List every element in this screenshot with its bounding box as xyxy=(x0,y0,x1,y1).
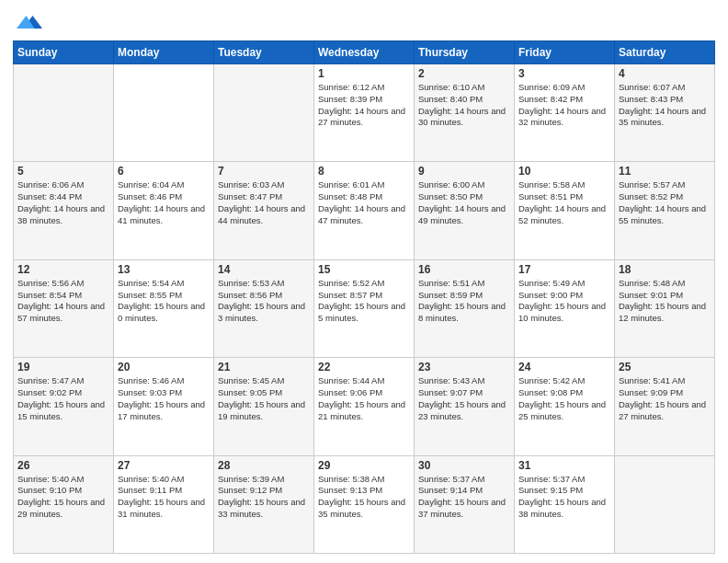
calendar-cell: 30Sunrise: 5:37 AM Sunset: 9:14 PM Dayli… xyxy=(415,455,515,553)
cell-info: Sunrise: 6:03 AM Sunset: 8:47 PM Dayligh… xyxy=(218,179,310,226)
cell-info: Sunrise: 5:42 AM Sunset: 9:08 PM Dayligh… xyxy=(518,375,610,422)
cell-info: Sunrise: 5:56 AM Sunset: 8:54 PM Dayligh… xyxy=(17,278,109,325)
calendar-cell: 22Sunrise: 5:44 AM Sunset: 9:06 PM Dayli… xyxy=(314,358,415,455)
cell-info: Sunrise: 5:44 AM Sunset: 9:06 PM Dayligh… xyxy=(318,375,410,422)
calendar-cell: 15Sunrise: 5:52 AM Sunset: 8:57 PM Dayli… xyxy=(314,259,415,357)
calendar-cell: 9Sunrise: 6:00 AM Sunset: 8:50 PM Daylig… xyxy=(415,162,515,259)
calendar-cell: 25Sunrise: 5:41 AM Sunset: 9:09 PM Dayli… xyxy=(615,358,715,455)
day-number: 23 xyxy=(418,361,510,373)
day-number: 15 xyxy=(318,263,410,276)
cell-info: Sunrise: 5:38 AM Sunset: 9:13 PM Dayligh… xyxy=(318,474,410,521)
page: SundayMondayTuesdayWednesdayThursdayFrid… xyxy=(0,0,728,563)
day-number: 3 xyxy=(518,67,610,80)
day-number: 19 xyxy=(17,361,109,373)
day-number: 4 xyxy=(619,67,711,80)
calendar-cell: 24Sunrise: 5:42 AM Sunset: 9:08 PM Dayli… xyxy=(515,358,615,455)
calendar-cell: 21Sunrise: 5:45 AM Sunset: 9:05 PM Dayli… xyxy=(214,358,314,455)
day-number: 14 xyxy=(218,263,310,276)
weekday-header-friday: Friday xyxy=(515,41,615,64)
cell-info: Sunrise: 5:54 AM Sunset: 8:55 PM Dayligh… xyxy=(118,278,210,325)
calendar-cell: 13Sunrise: 5:54 AM Sunset: 8:55 PM Dayli… xyxy=(114,259,214,357)
cell-info: Sunrise: 5:46 AM Sunset: 9:03 PM Dayligh… xyxy=(118,375,210,422)
cell-info: Sunrise: 6:04 AM Sunset: 8:46 PM Dayligh… xyxy=(118,179,210,226)
cell-info: Sunrise: 6:07 AM Sunset: 8:43 PM Dayligh… xyxy=(619,82,711,129)
day-number: 12 xyxy=(17,263,109,276)
cell-info: Sunrise: 5:39 AM Sunset: 9:12 PM Dayligh… xyxy=(218,474,310,521)
cell-info: Sunrise: 5:40 AM Sunset: 9:10 PM Dayligh… xyxy=(17,474,109,521)
calendar-cell: 16Sunrise: 5:51 AM Sunset: 8:59 PM Dayli… xyxy=(415,259,515,357)
logo-icon xyxy=(17,9,42,35)
calendar-cell: 28Sunrise: 5:39 AM Sunset: 9:12 PM Dayli… xyxy=(214,455,314,553)
day-number: 8 xyxy=(318,165,410,178)
day-number: 25 xyxy=(619,361,711,373)
cell-info: Sunrise: 5:51 AM Sunset: 8:59 PM Dayligh… xyxy=(418,278,510,325)
cell-info: Sunrise: 5:45 AM Sunset: 9:05 PM Dayligh… xyxy=(218,375,310,422)
weekday-header-tuesday: Tuesday xyxy=(214,41,314,64)
cell-info: Sunrise: 6:09 AM Sunset: 8:42 PM Dayligh… xyxy=(518,82,610,129)
calendar-cell xyxy=(615,455,715,553)
day-number: 9 xyxy=(418,165,510,178)
day-number: 13 xyxy=(118,263,210,276)
logo xyxy=(13,9,42,35)
calendar-cell: 12Sunrise: 5:56 AM Sunset: 8:54 PM Dayli… xyxy=(14,259,114,357)
day-number: 28 xyxy=(218,459,310,472)
day-number: 7 xyxy=(218,165,310,178)
calendar-cell xyxy=(14,64,114,162)
cell-info: Sunrise: 6:10 AM Sunset: 8:40 PM Dayligh… xyxy=(418,82,510,129)
day-number: 29 xyxy=(318,459,410,472)
day-number: 5 xyxy=(17,165,109,178)
cell-info: Sunrise: 5:37 AM Sunset: 9:15 PM Dayligh… xyxy=(518,474,610,521)
cell-info: Sunrise: 5:53 AM Sunset: 8:56 PM Dayligh… xyxy=(218,278,310,325)
weekday-header-wednesday: Wednesday xyxy=(314,41,415,64)
day-number: 17 xyxy=(518,263,610,276)
calendar-table: SundayMondayTuesdayWednesdayThursdayFrid… xyxy=(13,40,715,554)
cell-info: Sunrise: 5:41 AM Sunset: 9:09 PM Dayligh… xyxy=(619,375,711,422)
day-number: 1 xyxy=(318,67,410,80)
weekday-header-sunday: Sunday xyxy=(14,41,114,64)
cell-info: Sunrise: 5:48 AM Sunset: 9:01 PM Dayligh… xyxy=(619,278,711,325)
cell-info: Sunrise: 5:40 AM Sunset: 9:11 PM Dayligh… xyxy=(118,474,210,521)
calendar-cell: 3Sunrise: 6:09 AM Sunset: 8:42 PM Daylig… xyxy=(515,64,615,162)
cell-info: Sunrise: 6:06 AM Sunset: 8:44 PM Dayligh… xyxy=(17,179,109,226)
calendar-cell: 23Sunrise: 5:43 AM Sunset: 9:07 PM Dayli… xyxy=(415,358,515,455)
day-number: 6 xyxy=(118,165,210,178)
calendar-cell: 8Sunrise: 6:01 AM Sunset: 8:48 PM Daylig… xyxy=(314,162,415,259)
calendar-cell: 6Sunrise: 6:04 AM Sunset: 8:46 PM Daylig… xyxy=(114,162,214,259)
weekday-header-monday: Monday xyxy=(114,41,214,64)
day-number: 26 xyxy=(17,459,109,472)
day-number: 16 xyxy=(418,263,510,276)
cell-info: Sunrise: 5:49 AM Sunset: 9:00 PM Dayligh… xyxy=(518,278,610,325)
cell-info: Sunrise: 5:43 AM Sunset: 9:07 PM Dayligh… xyxy=(418,375,510,422)
day-number: 31 xyxy=(518,459,610,472)
calendar-cell xyxy=(114,64,214,162)
cell-info: Sunrise: 6:00 AM Sunset: 8:50 PM Dayligh… xyxy=(418,179,510,226)
calendar-cell: 19Sunrise: 5:47 AM Sunset: 9:02 PM Dayli… xyxy=(14,358,114,455)
day-number: 2 xyxy=(418,67,510,80)
calendar-cell: 2Sunrise: 6:10 AM Sunset: 8:40 PM Daylig… xyxy=(415,64,515,162)
day-number: 11 xyxy=(619,165,711,178)
calendar-cell: 7Sunrise: 6:03 AM Sunset: 8:47 PM Daylig… xyxy=(214,162,314,259)
calendar-cell: 5Sunrise: 6:06 AM Sunset: 8:44 PM Daylig… xyxy=(14,162,114,259)
cell-info: Sunrise: 5:37 AM Sunset: 9:14 PM Dayligh… xyxy=(418,474,510,521)
header xyxy=(13,9,715,35)
day-number: 30 xyxy=(418,459,510,472)
weekday-header-saturday: Saturday xyxy=(615,41,715,64)
cell-info: Sunrise: 5:58 AM Sunset: 8:51 PM Dayligh… xyxy=(518,179,610,226)
day-number: 18 xyxy=(619,263,711,276)
calendar-cell: 11Sunrise: 5:57 AM Sunset: 8:52 PM Dayli… xyxy=(615,162,715,259)
cell-info: Sunrise: 5:57 AM Sunset: 8:52 PM Dayligh… xyxy=(619,179,711,226)
calendar-cell: 20Sunrise: 5:46 AM Sunset: 9:03 PM Dayli… xyxy=(114,358,214,455)
calendar-cell: 4Sunrise: 6:07 AM Sunset: 8:43 PM Daylig… xyxy=(615,64,715,162)
calendar-cell: 17Sunrise: 5:49 AM Sunset: 9:00 PM Dayli… xyxy=(515,259,615,357)
cell-info: Sunrise: 5:52 AM Sunset: 8:57 PM Dayligh… xyxy=(318,278,410,325)
day-number: 24 xyxy=(518,361,610,373)
calendar-cell: 27Sunrise: 5:40 AM Sunset: 9:11 PM Dayli… xyxy=(114,455,214,553)
calendar-cell: 10Sunrise: 5:58 AM Sunset: 8:51 PM Dayli… xyxy=(515,162,615,259)
day-number: 22 xyxy=(318,361,410,373)
cell-info: Sunrise: 5:47 AM Sunset: 9:02 PM Dayligh… xyxy=(17,375,109,422)
day-number: 10 xyxy=(518,165,610,178)
calendar-cell: 26Sunrise: 5:40 AM Sunset: 9:10 PM Dayli… xyxy=(14,455,114,553)
day-number: 27 xyxy=(118,459,210,472)
calendar-cell: 14Sunrise: 5:53 AM Sunset: 8:56 PM Dayli… xyxy=(214,259,314,357)
calendar-cell: 31Sunrise: 5:37 AM Sunset: 9:15 PM Dayli… xyxy=(515,455,615,553)
